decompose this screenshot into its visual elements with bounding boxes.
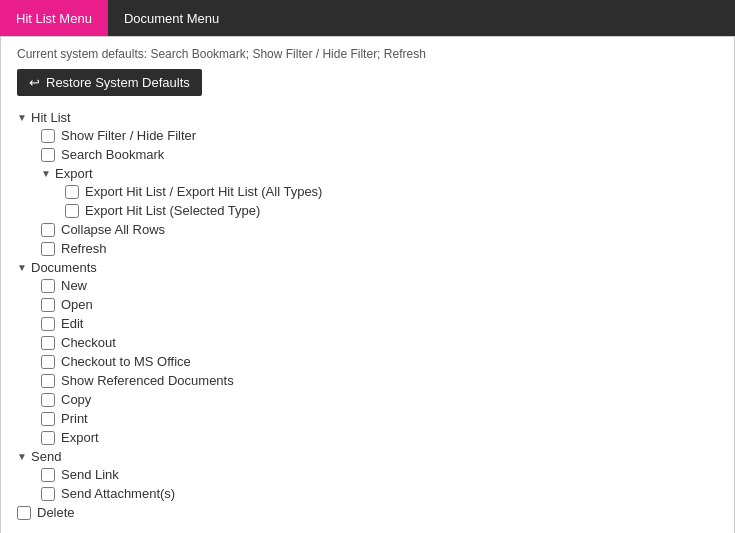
collapse-all-rows-checkbox[interactable] bbox=[41, 223, 55, 237]
system-defaults-text: Current system defaults: Search Bookmark… bbox=[17, 47, 718, 61]
group-send: ▼ Send Send Link Send Attachment(s) bbox=[17, 449, 718, 501]
checkout-checkbox[interactable] bbox=[41, 336, 55, 350]
copy-label[interactable]: Copy bbox=[61, 392, 91, 407]
list-item: Copy bbox=[41, 392, 718, 407]
edit-label[interactable]: Edit bbox=[61, 316, 83, 331]
main-content: Current system defaults: Search Bookmark… bbox=[0, 36, 735, 533]
documents-children: New Open Edit Checkout Checkout to MS Of… bbox=[17, 278, 718, 445]
subgroup-export-header[interactable]: ▼ Export bbox=[41, 166, 718, 181]
group-documents-header[interactable]: ▼ Documents bbox=[17, 260, 718, 275]
restore-icon: ↩ bbox=[29, 75, 40, 90]
send-children: Send Link Send Attachment(s) bbox=[17, 467, 718, 501]
list-item: Send Link bbox=[41, 467, 718, 482]
list-item: New bbox=[41, 278, 718, 293]
list-item: Open bbox=[41, 297, 718, 312]
hit-list-arrow-icon: ▼ bbox=[17, 112, 27, 123]
export-children: Export Hit List / Export Hit List (All T… bbox=[41, 184, 718, 218]
copy-checkbox[interactable] bbox=[41, 393, 55, 407]
restore-system-defaults-button[interactable]: ↩ Restore System Defaults bbox=[17, 69, 202, 96]
refresh-label[interactable]: Refresh bbox=[61, 241, 107, 256]
export-arrow-icon: ▼ bbox=[41, 168, 51, 179]
show-referenced-documents-label[interactable]: Show Referenced Documents bbox=[61, 373, 234, 388]
show-filter-label[interactable]: Show Filter / Hide Filter bbox=[61, 128, 196, 143]
print-checkbox[interactable] bbox=[41, 412, 55, 426]
menu-tree: ▼ Hit List Show Filter / Hide Filter Sea… bbox=[17, 110, 718, 520]
export-hit-list-selected-checkbox[interactable] bbox=[65, 204, 79, 218]
list-item: Checkout to MS Office bbox=[41, 354, 718, 369]
search-bookmark-label[interactable]: Search Bookmark bbox=[61, 147, 164, 162]
list-item: Print bbox=[41, 411, 718, 426]
list-item: Edit bbox=[41, 316, 718, 331]
tab-hit-list-menu[interactable]: Hit List Menu bbox=[0, 0, 108, 36]
new-label[interactable]: New bbox=[61, 278, 87, 293]
export-hit-list-all-label[interactable]: Export Hit List / Export Hit List (All T… bbox=[85, 184, 322, 199]
documents-arrow-icon: ▼ bbox=[17, 262, 27, 273]
open-label[interactable]: Open bbox=[61, 297, 93, 312]
checkout-ms-office-label[interactable]: Checkout to MS Office bbox=[61, 354, 191, 369]
list-item: Delete bbox=[17, 505, 718, 520]
restore-button-label: Restore System Defaults bbox=[46, 75, 190, 90]
collapse-all-rows-label[interactable]: Collapse All Rows bbox=[61, 222, 165, 237]
export-doc-label[interactable]: Export bbox=[61, 430, 99, 445]
export-hit-list-all-checkbox[interactable] bbox=[65, 185, 79, 199]
list-item: Refresh bbox=[41, 241, 718, 256]
subgroup-export: ▼ Export Export Hit List / Export Hit Li… bbox=[41, 166, 718, 218]
tab-document-menu[interactable]: Document Menu bbox=[108, 0, 235, 36]
refresh-checkbox[interactable] bbox=[41, 242, 55, 256]
group-hit-list-header[interactable]: ▼ Hit List bbox=[17, 110, 718, 125]
checkout-ms-office-checkbox[interactable] bbox=[41, 355, 55, 369]
list-item: Checkout bbox=[41, 335, 718, 350]
group-hit-list-label: Hit List bbox=[31, 110, 71, 125]
list-item: Collapse All Rows bbox=[41, 222, 718, 237]
list-item: Export Hit List / Export Hit List (All T… bbox=[65, 184, 718, 199]
send-link-checkbox[interactable] bbox=[41, 468, 55, 482]
list-item: Export bbox=[41, 430, 718, 445]
checkout-label[interactable]: Checkout bbox=[61, 335, 116, 350]
show-referenced-documents-checkbox[interactable] bbox=[41, 374, 55, 388]
list-item: Search Bookmark bbox=[41, 147, 718, 162]
export-hit-list-selected-label[interactable]: Export Hit List (Selected Type) bbox=[85, 203, 260, 218]
group-hit-list: ▼ Hit List Show Filter / Hide Filter Sea… bbox=[17, 110, 718, 256]
group-send-label: Send bbox=[31, 449, 61, 464]
group-send-header[interactable]: ▼ Send bbox=[17, 449, 718, 464]
list-item: Export Hit List (Selected Type) bbox=[65, 203, 718, 218]
subgroup-export-label: Export bbox=[55, 166, 93, 181]
show-filter-checkbox[interactable] bbox=[41, 129, 55, 143]
search-bookmark-checkbox[interactable] bbox=[41, 148, 55, 162]
send-arrow-icon: ▼ bbox=[17, 451, 27, 462]
send-attachments-checkbox[interactable] bbox=[41, 487, 55, 501]
send-attachments-label[interactable]: Send Attachment(s) bbox=[61, 486, 175, 501]
hit-list-children: Show Filter / Hide Filter Search Bookmar… bbox=[17, 128, 718, 256]
export-doc-checkbox[interactable] bbox=[41, 431, 55, 445]
list-item: Show Referenced Documents bbox=[41, 373, 718, 388]
list-item: Show Filter / Hide Filter bbox=[41, 128, 718, 143]
open-checkbox[interactable] bbox=[41, 298, 55, 312]
send-link-label[interactable]: Send Link bbox=[61, 467, 119, 482]
new-checkbox[interactable] bbox=[41, 279, 55, 293]
edit-checkbox[interactable] bbox=[41, 317, 55, 331]
list-item: Send Attachment(s) bbox=[41, 486, 718, 501]
delete-checkbox[interactable] bbox=[17, 506, 31, 520]
print-label[interactable]: Print bbox=[61, 411, 88, 426]
group-documents-label: Documents bbox=[31, 260, 97, 275]
delete-label[interactable]: Delete bbox=[37, 505, 75, 520]
group-documents: ▼ Documents New Open Edit Chec bbox=[17, 260, 718, 445]
top-navigation: Hit List Menu Document Menu bbox=[0, 0, 735, 36]
